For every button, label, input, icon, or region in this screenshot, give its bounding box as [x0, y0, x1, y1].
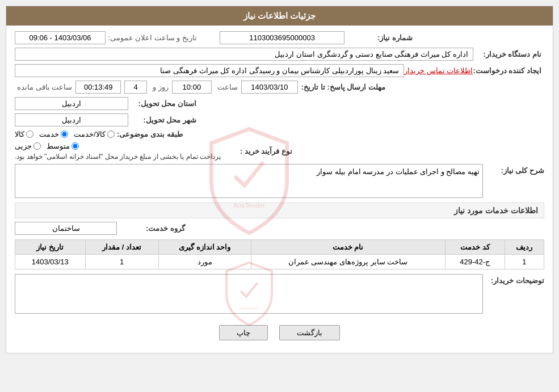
nove-faraind-note: پرداخت تمام یا بخشی از مبلغ خریداز محل "…	[15, 153, 221, 161]
nam-dasgah-value: اداره کل میراث فرهنگی صنایع دستی و گردشگ…	[15, 48, 473, 61]
tabghe-bandi-label: طبقه بندی موضوعی:	[115, 130, 183, 138]
page-wrapper: جزئیات اطلاعات نیاز شماره نیاز: 11030036…	[0, 0, 559, 392]
nam-dasgah-row: نام دستگاه خریدار: اداره کل میراث فرهنگی…	[15, 48, 544, 61]
main-container: جزئیات اطلاعات نیاز شماره نیاز: 11030036…	[6, 6, 553, 353]
radio-khadamat-label: خدمت	[39, 130, 59, 138]
cell-kodKhadamat: ج-42-429	[445, 255, 505, 269]
buttons-row: بازگشت چاپ	[15, 318, 544, 347]
radio-kala-input[interactable]	[26, 130, 33, 138]
radio-jazyi-label: جزیی	[15, 142, 32, 150]
shahr-tahvil-row: شهر محل تحویل: اردبیل	[15, 113, 544, 127]
col-vahed: واحد اندازه گیری	[158, 240, 251, 255]
radio-kala-label: کالا	[15, 130, 24, 138]
grooh-khadamat-label: گروه خدمت:	[117, 224, 185, 233]
ijad-konande-label: ایجاد کننده درخواست:	[473, 66, 541, 75]
grooh-khadamat-row: گروه خدمت: ساختمان	[15, 222, 544, 235]
radio-motavaset-label: متوسط	[47, 142, 70, 150]
nove-faraind-row: نوع فرآیند خرید : متوسط جزیی پرداخت تمام…	[15, 142, 544, 161]
cell-radif: 1	[505, 255, 544, 269]
cell-vahed: مورد	[158, 255, 251, 269]
cell-tarikh: 1403/03/13	[15, 255, 86, 269]
radio-khadamat-input[interactable]	[61, 130, 68, 138]
ijad-konande-row: ایجاد کننده درخواست: اطلاعات تماس خریدار…	[15, 64, 544, 77]
content-area: شماره نیاز: 1103003695000003 تاریخ و ساع…	[6, 26, 553, 353]
table-row: 1ج-42-429ساخت سایر پروژه‌های مهندسی عمرا…	[15, 255, 544, 269]
baghimande-label: ساعت باقی مانده	[17, 83, 72, 91]
chap-button[interactable]: چاپ	[219, 325, 268, 340]
sharh-koli-section: شرح کلی نیاز: AnaTender تهیه مصالح و اجر…	[15, 164, 544, 198]
ijad-konande-value: سعید زینال پوراردبیلی کارشناس بیمان و رس…	[15, 64, 404, 77]
radio-motavaset: متوسط	[47, 142, 79, 150]
nove-faraind-group: متوسط جزیی	[15, 142, 79, 150]
radio-kala: کالا	[15, 130, 33, 138]
nove-faraind-label: نوع فرآیند خرید :	[224, 147, 292, 155]
shahr-tahvil-value: اردبیل	[15, 113, 128, 127]
tarikh-value: 1403/03/10	[241, 81, 298, 94]
shomare-niaz-row: شماره نیاز: 1103003695000003 تاریخ و ساع…	[15, 31, 544, 44]
cell-tedad: 1	[85, 255, 158, 269]
bazgasht-button[interactable]: بازگشت	[279, 325, 340, 340]
header-bar: جزئیات اطلاعات نیاز	[6, 6, 553, 26]
sharh-koli-value: تهیه مصالح و اجرای عملیات در مدرسه امام …	[317, 167, 480, 176]
col-kod: کد خدمت	[445, 240, 505, 255]
ostan-tahvil-row: استان محل تحویل: اردبیل	[15, 97, 544, 110]
ostan-tahvil-label: استان محل تحویل:	[128, 99, 196, 108]
header-title: جزئیات اطلاعات نیاز	[243, 11, 316, 20]
rooz-value: 4	[124, 81, 147, 94]
col-tedad: تعداد / مقدار	[85, 240, 158, 255]
shomare-niaz-label: شماره نیاز:	[344, 33, 413, 42]
radio-kala-khadamat-input[interactable]	[107, 130, 115, 138]
radio-jazyi: جزیی	[15, 142, 41, 150]
ijad-konande-link[interactable]: اطلاعات تماس خریدار	[404, 66, 473, 75]
khadamat-table-section: ردیف کد خدمت نام خدمت واحد اندازه گیری ت…	[15, 239, 544, 269]
baghimande-value: 00:13:49	[75, 81, 121, 94]
tarikh-elan-value: 1403/03/06 - 09:06	[15, 31, 106, 44]
mohlat-label: مهلت ارسال پاسخ: تا تاریخ:	[301, 83, 385, 91]
shahr-tahvil-label: شهر محل تحویل:	[128, 116, 196, 124]
radio-kala-khadamat: کالا/خدمت	[74, 130, 115, 138]
col-nam: نام خدمت	[251, 240, 445, 255]
tabghe-bandi-group: کالا/خدمت خدمت کالا	[15, 130, 115, 138]
radio-kala-khadamat-label: کالا/خدمت	[74, 130, 106, 138]
tozihat-row: توضیحات خریدار: AnaTender	[15, 274, 544, 314]
watermark-logo: AnaTender	[192, 124, 306, 238]
sharh-koli-box: AnaTender تهیه مصالح و اجرای عملیات در م…	[15, 164, 483, 198]
radio-khadamat: خدمت	[39, 130, 68, 138]
ostan-tahvil-value: اردبیل	[15, 97, 128, 110]
cell-namKhadamat: ساخت سایر پروژه‌های مهندسی عمران	[251, 255, 445, 269]
nam-dasgah-label: نام دستگاه خریدار:	[473, 50, 541, 58]
shomare-niaz-value: 1103003695000003	[220, 31, 344, 44]
watermark-logo-2: AnaTender	[215, 260, 283, 328]
saat-label: ساعت	[217, 83, 238, 91]
svg-text:AnaTender: AnaTender	[239, 306, 259, 310]
mohlat-row: مهلت ارسال پاسخ: تا تاریخ: 1403/03/10 سا…	[15, 81, 544, 94]
tozihat-label: توضیحات خریدار:	[487, 274, 544, 285]
tarikh-elan-label: تاریخ و ساعت اعلان عمومی:	[108, 33, 197, 42]
radio-jazyi-input[interactable]	[33, 142, 41, 150]
sharh-koli-label: شرح کلی نیاز:	[487, 164, 544, 175]
khadamat-table: ردیف کد خدمت نام خدمت واحد اندازه گیری ت…	[15, 239, 544, 269]
grooh-khadamat-value: ساختمان	[15, 222, 117, 235]
table-header-row: ردیف کد خدمت نام خدمت واحد اندازه گیری ت…	[15, 240, 544, 255]
col-tarikh: تاریخ نیاز	[15, 240, 86, 255]
saat-value: 10:00	[172, 81, 212, 94]
tabghe-bandi-row: طبقه بندی موضوعی: کالا/خدمت خدمت کالا	[15, 130, 544, 138]
rooz-label: روز و	[153, 83, 169, 91]
tozihat-box: AnaTender	[15, 274, 483, 314]
radio-motavaset-input[interactable]	[72, 142, 79, 150]
col-radif: ردیف	[505, 240, 544, 255]
khadamat-section-header: اطلاعات خدمات مورد نیاز	[15, 203, 544, 218]
